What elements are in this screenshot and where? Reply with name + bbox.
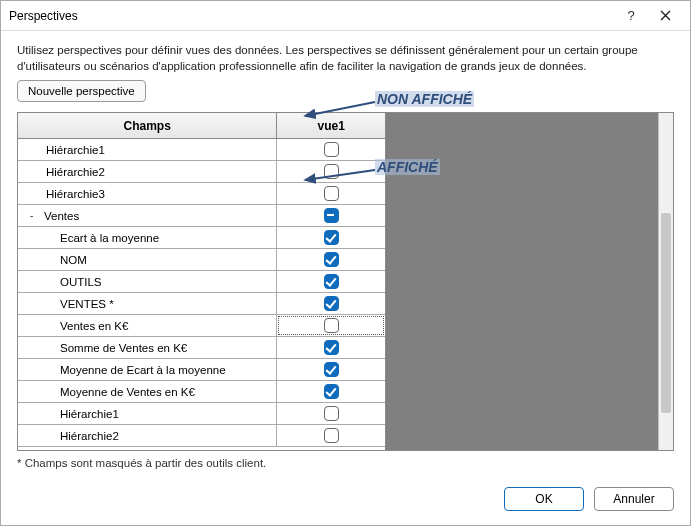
field-label: Somme de Ventes en K€ xyxy=(60,342,187,354)
window-title: Perspectives xyxy=(9,9,614,23)
checkbox-cell[interactable] xyxy=(277,161,385,182)
field-label: Moyenne de Ventes en K€ xyxy=(60,386,195,398)
field-label: Hiérarchie2 xyxy=(60,430,119,442)
checkbox[interactable] xyxy=(324,340,339,355)
vertical-scrollbar[interactable] xyxy=(658,113,673,450)
callout-not-shown: NON AFFICHÉ xyxy=(375,91,474,107)
table-row[interactable]: Hiérarchie2 xyxy=(18,425,385,447)
field-cell[interactable]: VENTES * xyxy=(18,293,277,314)
checkbox-cell[interactable] xyxy=(277,205,385,226)
checkbox[interactable] xyxy=(324,208,339,223)
field-label: NOM xyxy=(60,254,87,266)
table-row[interactable]: -Ventes xyxy=(18,205,385,227)
perspectives-grid: Champs vue1 Hiérarchie1Hiérarchie2Hiérar… xyxy=(17,112,674,451)
close-button[interactable] xyxy=(648,4,682,28)
table-row[interactable]: Hiérarchie3 xyxy=(18,183,385,205)
field-cell[interactable]: Hiérarchie2 xyxy=(18,161,277,182)
dialog-body: Utilisez perspectives pour définir vues … xyxy=(1,31,690,477)
field-cell[interactable]: Somme de Ventes en K€ xyxy=(18,337,277,358)
titlebar: Perspectives ? xyxy=(1,1,690,31)
checkbox[interactable] xyxy=(324,230,339,245)
description-text: Utilisez perspectives pour définir vues … xyxy=(17,43,674,74)
help-button[interactable]: ? xyxy=(614,4,648,28)
field-cell[interactable]: Hiérarchie3 xyxy=(18,183,277,204)
checkbox[interactable] xyxy=(324,406,339,421)
table-row[interactable]: Hiérarchie1 xyxy=(18,403,385,425)
field-cell[interactable]: Moyenne de Ventes en K€ xyxy=(18,381,277,402)
checkbox-cell[interactable] xyxy=(277,249,385,270)
cancel-button[interactable]: Annuler xyxy=(594,487,674,511)
ok-button[interactable]: OK xyxy=(504,487,584,511)
checkbox-cell[interactable] xyxy=(277,271,385,292)
field-cell[interactable]: OUTILS xyxy=(18,271,277,292)
field-cell[interactable]: Hiérarchie1 xyxy=(18,403,277,424)
checkbox-cell[interactable] xyxy=(277,337,385,358)
field-label: Hiérarchie3 xyxy=(46,188,105,200)
column-header-fields[interactable]: Champs xyxy=(18,113,277,138)
checkbox-cell[interactable] xyxy=(277,425,385,446)
checkbox[interactable] xyxy=(324,164,339,179)
expander-icon[interactable]: - xyxy=(30,210,38,221)
table-row[interactable]: Moyenne de Ecart à la moyenne xyxy=(18,359,385,381)
table-row[interactable]: Moyenne de Ventes en K€ xyxy=(18,381,385,403)
field-cell[interactable]: Moyenne de Ecart à la moyenne xyxy=(18,359,277,380)
close-icon xyxy=(660,10,671,21)
field-cell[interactable]: Hiérarchie2 xyxy=(18,425,277,446)
field-cell[interactable]: NOM xyxy=(18,249,277,270)
footnote-text: * Champs sont masqués à partir des outil… xyxy=(17,457,674,469)
table-row[interactable]: Somme de Ventes en K€ xyxy=(18,337,385,359)
field-label: Hiérarchie2 xyxy=(46,166,105,178)
checkbox[interactable] xyxy=(324,428,339,443)
checkbox[interactable] xyxy=(324,142,339,157)
grid-inner: Champs vue1 Hiérarchie1Hiérarchie2Hiérar… xyxy=(18,113,386,450)
new-perspective-button[interactable]: Nouvelle perspective xyxy=(17,80,146,102)
perspectives-dialog: Perspectives ? Utilisez perspectives pou… xyxy=(0,0,691,526)
grid-rows: Hiérarchie1Hiérarchie2Hiérarchie3-Ventes… xyxy=(18,139,385,447)
field-label: Hiérarchie1 xyxy=(60,408,119,420)
table-row[interactable]: Ventes en K€ xyxy=(18,315,385,337)
field-cell[interactable]: -Ventes xyxy=(18,205,277,226)
checkbox[interactable] xyxy=(324,318,339,333)
table-row[interactable]: OUTILS xyxy=(18,271,385,293)
table-row[interactable]: NOM xyxy=(18,249,385,271)
field-label: Hiérarchie1 xyxy=(46,144,105,156)
checkbox-cell[interactable] xyxy=(277,139,385,160)
checkbox-cell[interactable] xyxy=(277,403,385,424)
checkbox-cell[interactable] xyxy=(277,359,385,380)
table-row[interactable]: Ecart à la moyenne xyxy=(18,227,385,249)
checkbox[interactable] xyxy=(324,384,339,399)
checkbox[interactable] xyxy=(324,362,339,377)
checkbox-cell[interactable] xyxy=(277,381,385,402)
scrollbar-thumb[interactable] xyxy=(661,213,671,413)
grid-header: Champs vue1 xyxy=(18,113,385,139)
checkbox-cell[interactable] xyxy=(277,315,385,336)
checkbox[interactable] xyxy=(324,274,339,289)
field-label: Ventes en K€ xyxy=(60,320,128,332)
field-cell[interactable]: Ventes en K€ xyxy=(18,315,277,336)
column-header-vue1[interactable]: vue1 xyxy=(277,113,385,138)
checkbox-cell[interactable] xyxy=(277,227,385,248)
field-cell[interactable]: Hiérarchie1 xyxy=(18,139,277,160)
field-label: Ecart à la moyenne xyxy=(60,232,159,244)
checkbox[interactable] xyxy=(324,252,339,267)
field-cell[interactable]: Ecart à la moyenne xyxy=(18,227,277,248)
table-row[interactable]: Hiérarchie1 xyxy=(18,139,385,161)
field-label: OUTILS xyxy=(60,276,102,288)
checkbox-cell[interactable] xyxy=(277,183,385,204)
dialog-footer: OK Annuler xyxy=(1,477,690,525)
checkbox[interactable] xyxy=(324,296,339,311)
field-label: Ventes xyxy=(44,210,79,222)
checkbox[interactable] xyxy=(324,186,339,201)
field-label: Moyenne de Ecart à la moyenne xyxy=(60,364,226,376)
checkbox-cell[interactable] xyxy=(277,293,385,314)
callout-shown: AFFICHÉ xyxy=(375,159,440,175)
table-row[interactable]: VENTES * xyxy=(18,293,385,315)
field-label: VENTES * xyxy=(60,298,114,310)
table-row[interactable]: Hiérarchie2 xyxy=(18,161,385,183)
